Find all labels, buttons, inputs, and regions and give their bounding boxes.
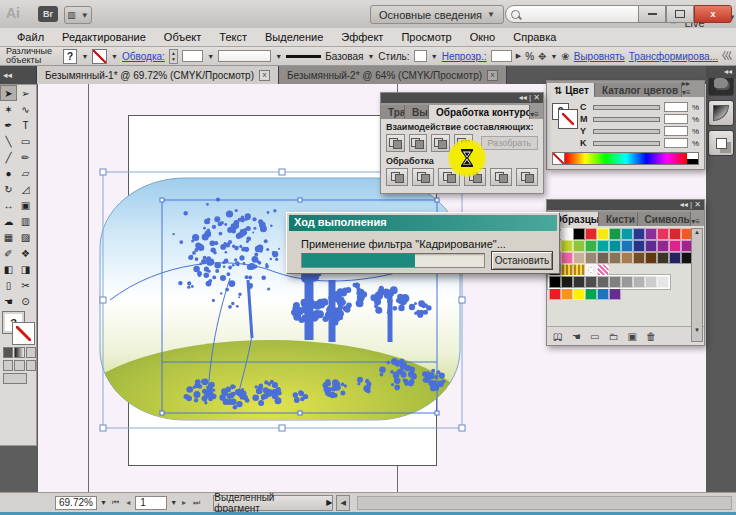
- direct-selection-tool[interactable]: ➢: [17, 85, 34, 101]
- rectangle-tool[interactable]: ▭: [17, 133, 34, 149]
- swatch[interactable]: [609, 228, 621, 240]
- swatch[interactable]: [597, 228, 609, 240]
- swatch[interactable]: [657, 240, 669, 252]
- next-artboard-button[interactable]: ▸: [180, 498, 188, 507]
- document-tab-1[interactable]: Безымянный-1* @ 69.72% (CMYK/Просмотр)x: [37, 66, 279, 84]
- last-artboard-button[interactable]: ⏭: [191, 498, 202, 508]
- panel-group-header[interactable]: ◂◂ | ✕: [547, 200, 704, 210]
- swatch[interactable]: [645, 228, 657, 240]
- channel-slider-K[interactable]: [593, 141, 660, 146]
- shape-mode-button-3[interactable]: [431, 134, 450, 152]
- swatch[interactable]: [609, 252, 621, 264]
- spectrum-none-swatch[interactable]: [553, 153, 565, 164]
- menu-текст[interactable]: Текст: [210, 29, 256, 45]
- transparency-panel-button[interactable]: [708, 130, 734, 156]
- hand-tool[interactable]: ☚: [0, 293, 17, 309]
- swatch-scrollbar[interactable]: ▲▼: [691, 228, 703, 342]
- type-tool[interactable]: T: [17, 117, 34, 133]
- swatch[interactable]: [597, 288, 609, 300]
- scale-tool[interactable]: ◿: [17, 181, 34, 197]
- new-swatch-button[interactable]: ▣: [627, 331, 636, 342]
- swatch[interactable]: [549, 288, 561, 300]
- stroke-proxy-none[interactable]: [13, 323, 34, 344]
- stroke-color-dropdown[interactable]: [92, 49, 107, 64]
- swatch[interactable]: [585, 228, 597, 240]
- fill-color-dropdown[interactable]: ?: [63, 49, 78, 64]
- style-dropdown[interactable]: [414, 50, 427, 62]
- magic-wand-tool[interactable]: ✶: [0, 101, 17, 117]
- tab-align[interactable]: Выр: [405, 105, 429, 119]
- panel-menu-icon[interactable]: ▾≡: [691, 214, 704, 226]
- recolor-artwork-icon[interactable]: ❀: [561, 51, 569, 62]
- swatch[interactable]: [669, 228, 681, 240]
- color-stroke-proxy[interactable]: [559, 110, 577, 128]
- swatch[interactable]: [621, 228, 633, 240]
- tab-close-icon[interactable]: x: [487, 70, 498, 81]
- tab-pathfinder[interactable]: Обработка контуров: [429, 105, 530, 119]
- menu-объект[interactable]: Объект: [155, 29, 210, 45]
- swatch[interactable]: [645, 252, 657, 264]
- opacity-field[interactable]: [491, 50, 512, 62]
- lasso-tool[interactable]: ∿: [17, 101, 34, 117]
- rotate-tool[interactable]: ↻: [0, 181, 17, 197]
- slice-tool[interactable]: ✂: [17, 277, 34, 293]
- channel-field-C[interactable]: [664, 102, 688, 112]
- tab-color[interactable]: ⇅ Цвет: [547, 83, 595, 97]
- new-color-group-button[interactable]: 🗀: [608, 331, 618, 342]
- swatch[interactable]: [561, 264, 573, 276]
- pen-tool[interactable]: ✒: [0, 117, 17, 133]
- stroke-weight-stepper[interactable]: ▲▼: [169, 49, 178, 64]
- swatch[interactable]: [621, 252, 633, 264]
- swatch-options-button[interactable]: ▭: [590, 331, 599, 342]
- select-similar-icon[interactable]: ✥: [538, 51, 546, 62]
- swatch[interactable]: [609, 240, 621, 252]
- spectrum-gradient[interactable]: [565, 153, 687, 164]
- color-mode-button[interactable]: [3, 347, 13, 358]
- swatch[interactable]: [657, 228, 669, 240]
- free-transform-tool[interactable]: ▣: [17, 197, 34, 213]
- bridge-button[interactable]: Br: [38, 6, 58, 22]
- channel-slider-Y[interactable]: [593, 129, 660, 134]
- swatch[interactable]: [573, 264, 585, 276]
- swatch[interactable]: [573, 288, 585, 300]
- screen-mode-button[interactable]: [3, 373, 27, 384]
- swatch[interactable]: [585, 264, 597, 276]
- swatch[interactable]: [597, 264, 609, 276]
- panel-menu-icon[interactable]: ▾≡: [530, 107, 543, 119]
- zoom-tool[interactable]: ⊙: [17, 293, 34, 309]
- tab-close-icon[interactable]: x: [259, 70, 270, 81]
- swatch[interactable]: [633, 228, 645, 240]
- close-button[interactable]: x: [694, 5, 732, 23]
- swatch[interactable]: [597, 252, 609, 264]
- panel-group-header[interactable]: ◂◂ | ✕: [381, 93, 543, 103]
- minimize-button[interactable]: [638, 5, 666, 23]
- zoom-level-field[interactable]: 69.72%: [55, 496, 97, 510]
- swatch[interactable]: [561, 240, 573, 252]
- color-fill-stroke-proxy[interactable]: ?: [552, 103, 569, 120]
- shape-mode-button-1[interactable]: [386, 134, 405, 152]
- toolbar-collapse-button[interactable]: ◂◂: [0, 66, 37, 84]
- channel-slider-M[interactable]: [593, 117, 660, 122]
- fill-stroke-proxy[interactable]: ?: [1, 311, 35, 345]
- none-mode-button[interactable]: [26, 347, 36, 358]
- menu-справка[interactable]: Справка: [504, 29, 565, 45]
- swatch[interactable]: [609, 276, 621, 288]
- workspace-switcher[interactable]: Основные сведения▼: [370, 5, 504, 24]
- tab-transform[interactable]: Тра: [381, 105, 405, 119]
- panel-menu-icon[interactable]: ⼮: [722, 49, 736, 63]
- swatch[interactable]: [561, 288, 573, 300]
- draw-normal-button[interactable]: [3, 360, 13, 371]
- stroke-weight-link[interactable]: Обводка:: [122, 51, 165, 62]
- menu-окно[interactable]: Окно: [461, 29, 505, 45]
- blob-brush-tool[interactable]: ●: [0, 165, 17, 181]
- prev-artboard-button[interactable]: ◂: [124, 498, 132, 507]
- arrange-documents-button[interactable]: ▥▼: [64, 6, 92, 24]
- swatch[interactable]: [633, 240, 645, 252]
- blend-tool[interactable]: ❖: [17, 245, 34, 261]
- menu-эффект[interactable]: Эффект: [332, 29, 392, 45]
- dock-collapse-button[interactable]: ◂◂: [706, 66, 736, 78]
- opacity-link[interactable]: Непрозр.:: [442, 51, 487, 62]
- swatch[interactable]: [597, 276, 609, 288]
- gradient-mode-button[interactable]: [14, 347, 24, 358]
- line-segment-tool[interactable]: ╲: [0, 133, 17, 149]
